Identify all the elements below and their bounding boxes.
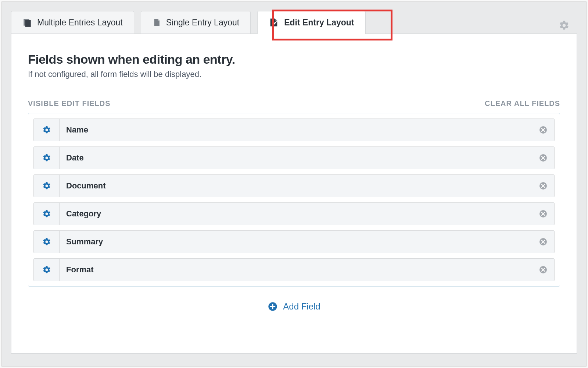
field-settings-button[interactable] [34,119,60,141]
field-row[interactable]: Name [33,118,555,141]
panel-edit-layout: Fields shown when editing an entry. If n… [11,33,577,354]
fields-container: Name Date [28,113,560,287]
add-field-label: Add Field [283,301,320,312]
field-row[interactable]: Summary [33,230,555,253]
tab-label: Single Entry Layout [166,18,239,28]
field-label: Date [60,147,532,169]
field-remove-button[interactable] [532,147,554,169]
section-bar: VISIBLE EDIT FIELDS CLEAR ALL FIELDS [28,99,560,108]
field-label: Document [60,175,532,197]
app-frame: Multiple Entries Layout Single Entry Lay… [1,1,587,367]
field-row[interactable]: Document [33,174,555,197]
close-icon [539,237,548,246]
close-icon [539,265,548,274]
gear-icon [42,125,51,134]
field-settings-button[interactable] [34,203,60,225]
field-remove-button[interactable] [532,175,554,197]
tab-single-entry[interactable]: Single Entry Layout [141,11,251,33]
close-icon [539,125,548,134]
clear-all-fields-button[interactable]: CLEAR ALL FIELDS [485,99,560,108]
field-label: Summary [60,231,532,253]
field-remove-button[interactable] [532,259,554,281]
tab-label: Edit Entry Layout [284,18,354,28]
gear-icon [42,181,51,190]
tab-label: Multiple Entries Layout [37,18,123,28]
gear-icon [42,265,51,274]
tab-multiple-entries[interactable]: Multiple Entries Layout [11,11,134,33]
gear-icon [42,153,51,162]
stacked-pages-icon [22,18,32,27]
page-title: Fields shown when editing an entry. [28,52,560,67]
gear-icon [42,237,51,246]
field-row[interactable]: Category [33,202,555,225]
field-remove-button[interactable] [532,203,554,225]
tab-edit-entry[interactable]: Edit Entry Layout [257,11,365,33]
field-row[interactable]: Date [33,146,555,169]
field-label: Category [60,203,532,225]
add-field-button[interactable]: Add Field [28,301,560,312]
page-icon [152,18,161,27]
tab-bar: Multiple Entries Layout Single Entry Lay… [2,2,586,33]
field-row[interactable]: Format [33,258,555,281]
edit-page-icon [269,17,279,28]
field-settings-button[interactable] [34,259,60,281]
field-settings-button[interactable] [34,175,60,197]
gear-icon [42,209,51,218]
field-label: Format [60,259,532,281]
page-subtitle: If not configured, all form fields will … [28,70,560,79]
section-label: VISIBLE EDIT FIELDS [28,99,111,108]
field-label: Name [60,119,532,141]
field-settings-button[interactable] [34,231,60,253]
close-icon [539,181,548,190]
close-icon [539,153,548,162]
field-remove-button[interactable] [532,119,554,141]
close-icon [539,209,548,218]
plus-circle-icon [268,301,278,312]
field-remove-button[interactable] [532,231,554,253]
svg-rect-1 [25,20,31,27]
field-settings-button[interactable] [34,147,60,169]
